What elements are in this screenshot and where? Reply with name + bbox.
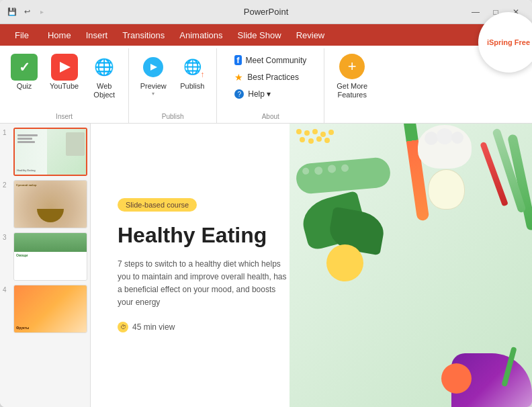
cauliflower-part-3 <box>451 132 463 144</box>
slide-content-area: Slide-based course Healthy Eating 7 step… <box>91 124 532 407</box>
kernel-5 <box>328 130 334 135</box>
clock-icon: ⏱ <box>118 322 128 332</box>
pea-4 <box>341 164 349 172</box>
slide-number-2: 2 <box>3 180 11 189</box>
quiz-icon: ✓ <box>11 54 38 81</box>
undo-icon[interactable]: ↩ <box>21 7 32 17</box>
redo-icon[interactable]: ▸ <box>36 7 47 17</box>
slide-3-preview: Овощи <box>14 233 87 280</box>
youtube-icon <box>51 54 78 81</box>
slide-3-caption: Овощи <box>16 253 28 257</box>
menu-item-insert[interactable]: Insert <box>79 28 115 43</box>
kernel-3 <box>312 129 318 134</box>
slide-thumb-1: Healthy Eating <box>13 128 87 176</box>
slide-item-4[interactable]: 4 Фрукты <box>3 285 87 333</box>
youtube-icon-shape <box>51 54 78 81</box>
web-object-label: WebObject <box>93 82 115 99</box>
publish-label: Publish <box>180 82 204 91</box>
main-area: 1 Healthy Eating 2 <box>0 124 532 407</box>
facebook-icon: f <box>234 55 241 65</box>
slide-item-3[interactable]: 3 Овощи <box>3 232 87 281</box>
kernel-4 <box>320 132 326 137</box>
kernel-8 <box>316 136 322 142</box>
preview-label: Preview <box>140 82 167 91</box>
menu-item-animations[interactable]: Animations <box>173 28 229 43</box>
orange-tomato <box>441 363 472 394</box>
slide-item-1[interactable]: 1 Healthy Eating <box>3 128 87 176</box>
best-practices-link[interactable]: ★ Best Practices <box>232 71 309 84</box>
quiz-label: Quiz <box>17 82 32 91</box>
help-label: Help ▾ <box>248 89 271 99</box>
preview-button[interactable]: Preview ▾ <box>136 51 171 99</box>
line3 <box>17 141 35 143</box>
menu-item-home[interactable]: Home <box>41 28 78 43</box>
ribbon-group-about: f Meet Community ★ Best Practices ? Help… <box>217 48 324 123</box>
preview-icon <box>140 54 167 81</box>
cauliflower-part-1 <box>425 132 438 145</box>
meet-community-link[interactable]: f Meet Community <box>232 54 309 66</box>
get-more-features-button[interactable]: + Get More Features <box>331 51 373 102</box>
meet-community-label: Meet Community <box>246 56 307 65</box>
slide-thumb-4: Фрукты <box>13 285 87 333</box>
kernel-7 <box>308 138 314 144</box>
slide-heading: Healthy Eating <box>118 222 292 248</box>
youtube-button[interactable]: YouTube <box>46 51 83 93</box>
slide-2-preview: Суповой набор <box>14 181 87 228</box>
slide-main: Slide-based course Healthy Eating 7 step… <box>91 124 532 407</box>
slide-1-caption: Healthy Eating <box>17 169 36 172</box>
ribbon-group-publish-content: Preview ▾ 🌐 ↑ Publish <box>136 51 210 111</box>
star-icon: ★ <box>234 72 243 83</box>
window-title: PowerPoint <box>244 7 288 17</box>
menu-bar: File Home Insert Transitions Animations … <box>0 24 532 46</box>
app-window: 💾 ↩ ▸ PowerPoint — □ ✕ File Home Insert … <box>0 0 532 407</box>
publish-icon: 🌐 ↑ <box>179 54 206 81</box>
menu-item-review[interactable]: Review <box>290 28 332 43</box>
youtube-label: YouTube <box>50 82 79 91</box>
publish-button[interactable]: 🌐 ↑ Publish <box>175 51 210 93</box>
slide-item-2[interactable]: 2 Суповой набор <box>3 180 87 228</box>
kernel-1 <box>296 129 302 134</box>
garlic <box>428 169 465 210</box>
slide-1-preview: Healthy Eating <box>15 129 86 175</box>
slide-thumb-3: Овощи <box>13 232 87 281</box>
slide-panel: 1 Healthy Eating 2 <box>0 124 91 407</box>
publish-globe: 🌐 <box>183 58 202 76</box>
help-link[interactable]: ? Help ▾ <box>232 88 309 100</box>
plus-circle-icon: + <box>339 54 365 79</box>
line2 <box>17 138 32 140</box>
best-practices-label: Best Practices <box>247 73 299 82</box>
youtube-play-triangle <box>60 62 71 73</box>
minimize-button[interactable]: — <box>466 3 485 21</box>
slide-number-3: 3 <box>3 232 11 241</box>
save-icon[interactable]: 💾 <box>7 7 17 17</box>
ribbon-group-insert: ✓ Quiz YouTube 🌐 WebObjec <box>0 48 129 123</box>
menu-item-slideshow[interactable]: Slide Show <box>231 28 288 43</box>
pea-1 <box>302 167 309 175</box>
menu-items: Home Insert Transitions Animations Slide… <box>41 28 331 43</box>
cauliflower <box>418 125 472 169</box>
menu-item-file[interactable]: File <box>5 28 38 43</box>
pea-2 <box>314 167 322 175</box>
slide-1-text <box>17 134 38 143</box>
web-object-icon: 🌐 <box>91 54 118 81</box>
quiz-button[interactable]: ✓ Quiz <box>7 51 42 93</box>
title-bar-controls: 💾 ↩ ▸ <box>7 7 47 17</box>
pea-pod <box>295 156 391 195</box>
slide-1-person <box>66 132 85 156</box>
yellow-tomato <box>326 244 363 281</box>
preview-play-circle <box>143 57 163 77</box>
ispring-free-button[interactable]: iSpring Free <box>478 12 532 73</box>
publish-icon-shape: 🌐 ↑ <box>179 54 206 81</box>
slide-number-4: 4 <box>3 285 11 293</box>
ribbon-group-publish: Preview ▾ 🌐 ↑ Publish Publish <box>129 48 217 123</box>
ribbon: ✓ Quiz YouTube 🌐 WebObjec <box>0 46 532 124</box>
help-icon: ? <box>234 89 244 99</box>
slide-4-caption: Фрукты <box>16 326 29 330</box>
menu-item-transitions[interactable]: Transitions <box>116 28 171 43</box>
ispring-label: iSpring Free <box>487 38 530 47</box>
slide-4-preview: Фрукты <box>14 285 87 332</box>
web-object-button[interactable]: 🌐 WebObject <box>87 51 122 102</box>
slide-description: 7 steps to switch to a healthy diet whic… <box>118 258 292 310</box>
publish-group-label: Publish <box>136 111 210 123</box>
globe-icon: 🌐 <box>91 54 118 81</box>
